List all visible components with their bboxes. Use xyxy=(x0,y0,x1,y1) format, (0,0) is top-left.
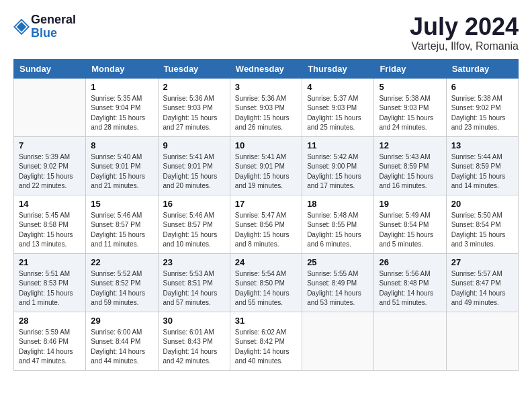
calendar-cell: 11Sunrise: 5:42 AM Sunset: 9:00 PM Dayli… xyxy=(302,136,374,195)
calendar-cell: 30Sunrise: 6:01 AM Sunset: 8:43 PM Dayli… xyxy=(158,312,230,370)
weekday-header-row: SundayMondayTuesdayWednesdayThursdayFrid… xyxy=(14,59,519,78)
calendar-cell: 10Sunrise: 5:41 AM Sunset: 9:01 PM Dayli… xyxy=(230,136,302,195)
calendar-cell: 23Sunrise: 5:53 AM Sunset: 8:51 PM Dayli… xyxy=(158,253,230,312)
calendar-cell: 8Sunrise: 5:40 AM Sunset: 9:01 PM Daylig… xyxy=(86,136,158,195)
day-info: Sunrise: 5:41 AM Sunset: 9:01 PM Dayligh… xyxy=(235,152,297,191)
weekday-header-monday: Monday xyxy=(86,59,158,78)
day-info: Sunrise: 5:57 AM Sunset: 8:47 PM Dayligh… xyxy=(451,269,513,308)
calendar-cell: 1Sunrise: 5:35 AM Sunset: 9:04 PM Daylig… xyxy=(86,78,158,136)
day-info: Sunrise: 5:43 AM Sunset: 8:59 PM Dayligh… xyxy=(379,152,441,191)
weekday-header-tuesday: Tuesday xyxy=(158,59,230,78)
day-info: Sunrise: 5:35 AM Sunset: 9:04 PM Dayligh… xyxy=(91,94,152,133)
calendar-cell: 12Sunrise: 5:43 AM Sunset: 8:59 PM Dayli… xyxy=(374,136,446,195)
day-info: Sunrise: 5:44 AM Sunset: 8:59 PM Dayligh… xyxy=(451,152,513,191)
calendar-cell: 9Sunrise: 5:41 AM Sunset: 9:01 PM Daylig… xyxy=(158,136,230,195)
calendar-cell: 18Sunrise: 5:48 AM Sunset: 8:55 PM Dayli… xyxy=(302,195,374,253)
weekday-header-wednesday: Wednesday xyxy=(230,59,302,78)
day-number: 16 xyxy=(163,199,225,209)
day-number: 3 xyxy=(235,82,297,92)
calendar-table: SundayMondayTuesdayWednesdayThursdayFrid… xyxy=(13,59,519,371)
day-number: 29 xyxy=(91,316,152,326)
calendar-cell xyxy=(446,312,518,370)
day-info: Sunrise: 5:39 AM Sunset: 9:02 PM Dayligh… xyxy=(19,152,81,191)
day-number: 20 xyxy=(451,199,513,209)
day-number: 7 xyxy=(19,140,81,150)
day-info: Sunrise: 5:46 AM Sunset: 8:57 PM Dayligh… xyxy=(163,211,225,250)
day-info: Sunrise: 6:02 AM Sunset: 8:42 PM Dayligh… xyxy=(235,328,297,367)
day-info: Sunrise: 5:50 AM Sunset: 8:54 PM Dayligh… xyxy=(451,211,513,250)
day-number: 12 xyxy=(379,140,441,150)
day-number: 19 xyxy=(379,199,441,209)
calendar-cell: 29Sunrise: 6:00 AM Sunset: 8:44 PM Dayli… xyxy=(86,312,158,370)
day-info: Sunrise: 5:36 AM Sunset: 9:03 PM Dayligh… xyxy=(235,94,297,133)
day-number: 9 xyxy=(163,140,225,150)
day-info: Sunrise: 5:59 AM Sunset: 8:46 PM Dayligh… xyxy=(19,328,81,367)
day-info: Sunrise: 5:47 AM Sunset: 8:56 PM Dayligh… xyxy=(235,211,297,250)
calendar-cell: 26Sunrise: 5:56 AM Sunset: 8:48 PM Dayli… xyxy=(374,253,446,312)
day-number: 8 xyxy=(91,140,152,150)
day-info: Sunrise: 5:53 AM Sunset: 8:51 PM Dayligh… xyxy=(163,269,225,308)
day-info: Sunrise: 6:00 AM Sunset: 8:44 PM Dayligh… xyxy=(91,328,152,367)
day-info: Sunrise: 5:38 AM Sunset: 9:03 PM Dayligh… xyxy=(379,94,441,133)
calendar-cell: 17Sunrise: 5:47 AM Sunset: 8:56 PM Dayli… xyxy=(230,195,302,253)
day-number: 2 xyxy=(163,82,225,92)
day-number: 23 xyxy=(163,257,225,267)
calendar-week-row: 28Sunrise: 5:59 AM Sunset: 8:46 PM Dayli… xyxy=(14,312,519,370)
day-info: Sunrise: 5:40 AM Sunset: 9:01 PM Dayligh… xyxy=(91,152,152,191)
calendar-cell: 5Sunrise: 5:38 AM Sunset: 9:03 PM Daylig… xyxy=(374,78,446,136)
calendar-cell: 19Sunrise: 5:49 AM Sunset: 8:54 PM Dayli… xyxy=(374,195,446,253)
logo-icon xyxy=(13,19,30,35)
location-subtitle: Varteju, Ilfov, Romania xyxy=(410,40,519,52)
calendar-cell: 7Sunrise: 5:39 AM Sunset: 9:02 PM Daylig… xyxy=(14,136,86,195)
weekday-header-friday: Friday xyxy=(374,59,446,78)
page-header: General Blue July 2024 Varteju, Ilfov, R… xyxy=(13,13,519,52)
calendar-cell: 2Sunrise: 5:36 AM Sunset: 9:03 PM Daylig… xyxy=(158,78,230,136)
title-block: July 2024 Varteju, Ilfov, Romania xyxy=(410,13,519,52)
day-info: Sunrise: 5:52 AM Sunset: 8:52 PM Dayligh… xyxy=(91,269,152,308)
day-info: Sunrise: 6:01 AM Sunset: 8:43 PM Dayligh… xyxy=(163,328,225,367)
logo-text: General Blue xyxy=(31,13,76,40)
calendar-cell: 31Sunrise: 6:02 AM Sunset: 8:42 PM Dayli… xyxy=(230,312,302,370)
day-number: 15 xyxy=(91,199,152,209)
day-number: 14 xyxy=(19,199,81,209)
day-number: 28 xyxy=(19,316,81,326)
weekday-header-saturday: Saturday xyxy=(446,59,518,78)
day-info: Sunrise: 5:37 AM Sunset: 9:03 PM Dayligh… xyxy=(307,94,369,133)
day-number: 18 xyxy=(307,199,369,209)
day-info: Sunrise: 5:56 AM Sunset: 8:48 PM Dayligh… xyxy=(379,269,441,308)
calendar-cell: 16Sunrise: 5:46 AM Sunset: 8:57 PM Dayli… xyxy=(158,195,230,253)
day-info: Sunrise: 5:49 AM Sunset: 8:54 PM Dayligh… xyxy=(379,211,441,250)
calendar-week-row: 21Sunrise: 5:51 AM Sunset: 8:53 PM Dayli… xyxy=(14,253,519,312)
day-number: 24 xyxy=(235,257,297,267)
calendar-cell xyxy=(302,312,374,370)
day-info: Sunrise: 5:46 AM Sunset: 8:57 PM Dayligh… xyxy=(91,211,152,250)
weekday-header-sunday: Sunday xyxy=(14,59,86,78)
day-number: 10 xyxy=(235,140,297,150)
logo: General Blue xyxy=(13,13,76,40)
calendar-cell: 14Sunrise: 5:45 AM Sunset: 8:58 PM Dayli… xyxy=(14,195,86,253)
day-number: 11 xyxy=(307,140,369,150)
calendar-cell: 21Sunrise: 5:51 AM Sunset: 8:53 PM Dayli… xyxy=(14,253,86,312)
day-number: 27 xyxy=(451,257,513,267)
day-info: Sunrise: 5:51 AM Sunset: 8:53 PM Dayligh… xyxy=(19,269,81,308)
day-info: Sunrise: 5:48 AM Sunset: 8:55 PM Dayligh… xyxy=(307,211,369,250)
day-number: 30 xyxy=(163,316,225,326)
day-info: Sunrise: 5:54 AM Sunset: 8:50 PM Dayligh… xyxy=(235,269,297,308)
day-number: 21 xyxy=(19,257,81,267)
day-number: 25 xyxy=(307,257,369,267)
day-info: Sunrise: 5:55 AM Sunset: 8:49 PM Dayligh… xyxy=(307,269,369,308)
calendar-cell: 20Sunrise: 5:50 AM Sunset: 8:54 PM Dayli… xyxy=(446,195,518,253)
calendar-cell: 6Sunrise: 5:38 AM Sunset: 9:02 PM Daylig… xyxy=(446,78,518,136)
calendar-cell: 3Sunrise: 5:36 AM Sunset: 9:03 PM Daylig… xyxy=(230,78,302,136)
calendar-cell: 25Sunrise: 5:55 AM Sunset: 8:49 PM Dayli… xyxy=(302,253,374,312)
calendar-week-row: 14Sunrise: 5:45 AM Sunset: 8:58 PM Dayli… xyxy=(14,195,519,253)
calendar-cell: 28Sunrise: 5:59 AM Sunset: 8:46 PM Dayli… xyxy=(14,312,86,370)
day-info: Sunrise: 5:41 AM Sunset: 9:01 PM Dayligh… xyxy=(163,152,225,191)
calendar-cell: 13Sunrise: 5:44 AM Sunset: 8:59 PM Dayli… xyxy=(446,136,518,195)
day-info: Sunrise: 5:42 AM Sunset: 9:00 PM Dayligh… xyxy=(307,152,369,191)
day-info: Sunrise: 5:38 AM Sunset: 9:02 PM Dayligh… xyxy=(451,94,513,133)
day-number: 26 xyxy=(379,257,441,267)
calendar-week-row: 7Sunrise: 5:39 AM Sunset: 9:02 PM Daylig… xyxy=(14,136,519,195)
calendar-cell xyxy=(14,78,86,136)
calendar-cell: 4Sunrise: 5:37 AM Sunset: 9:03 PM Daylig… xyxy=(302,78,374,136)
